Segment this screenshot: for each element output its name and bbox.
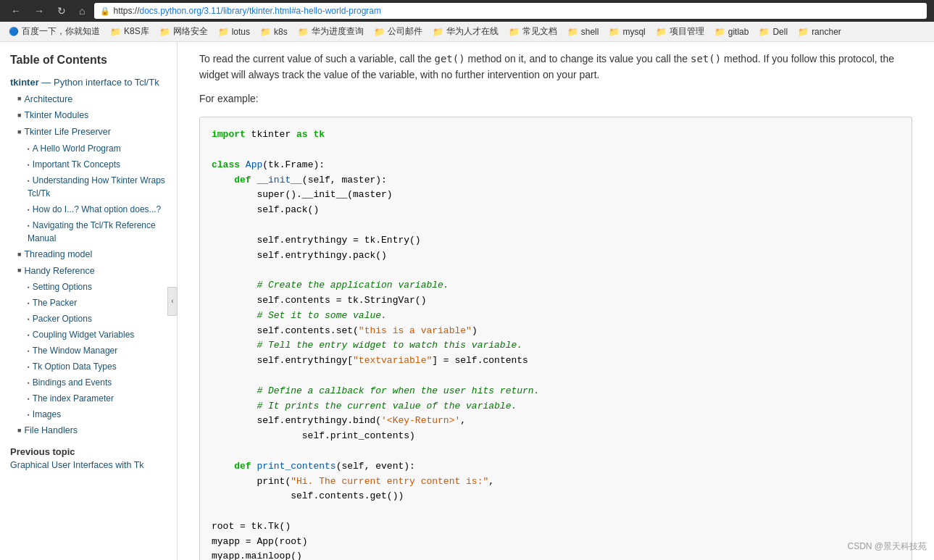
code-string-2: "textvariable" bbox=[353, 355, 432, 366]
toc-item-architecture[interactable]: ■Architecture bbox=[0, 91, 177, 108]
folder-icon: 📁 bbox=[609, 27, 620, 37]
bookmark-lotus[interactable]: 📁 lotus bbox=[214, 25, 254, 38]
sidebar-container: Table of Contents tkinter — Python inter… bbox=[0, 42, 178, 560]
bookmark-shell[interactable]: 📁 shell bbox=[563, 25, 604, 38]
bookmark-label: 华为人才在线 bbox=[446, 25, 499, 38]
folder-icon: 📁 bbox=[714, 27, 725, 37]
browser-chrome: ← → ↻ ⌂ 🔒 https://docs.python.org/3.11/l… bbox=[0, 0, 934, 22]
square-icon: ▪ bbox=[28, 206, 30, 213]
bookmark-label: Dell bbox=[772, 27, 788, 37]
sidebar-collapse-button[interactable]: ‹ bbox=[167, 287, 178, 316]
folder-icon: 📁 bbox=[298, 27, 309, 37]
lock-icon: 🔒 bbox=[100, 7, 110, 16]
code-keyword-class: class bbox=[212, 159, 240, 170]
previous-topic-link[interactable]: Graphical User Interfaces with Tk bbox=[0, 459, 177, 472]
code-fn-init: __init__ bbox=[257, 175, 301, 185]
code-keyword-import: import bbox=[212, 129, 246, 140]
toc-item-option-data-types[interactable]: ▪Tk Option Data Types bbox=[0, 359, 177, 375]
bookmark-label: 百度一下，你就知道 bbox=[22, 25, 100, 38]
square-icon: ▪ bbox=[28, 316, 30, 322]
code-keyword-as: as bbox=[296, 129, 308, 140]
bookmark-huawei-progress[interactable]: 📁 华为进度查询 bbox=[293, 24, 368, 39]
bookmark-common-docs[interactable]: 📁 常见文档 bbox=[504, 24, 562, 39]
square-icon: ▪ bbox=[28, 300, 30, 306]
refresh-button[interactable]: ↻ bbox=[54, 4, 70, 18]
folder-icon: 📁 bbox=[218, 27, 229, 37]
toc-item-setting-options[interactable]: ▪Setting Options bbox=[0, 279, 177, 295]
intro-paragraph: To read the current value of such a vari… bbox=[199, 51, 912, 83]
folder-icon: 📁 bbox=[567, 27, 578, 37]
bookmark-k8s[interactable]: 📁 k8s bbox=[256, 25, 292, 38]
folder-icon: 📁 bbox=[433, 27, 443, 37]
toc-item-bindings-events[interactable]: ▪Bindings and Events bbox=[0, 375, 177, 390]
bookmark-huawei-talent[interactable]: 📁 华为人才在线 bbox=[428, 24, 503, 39]
address-bar[interactable]: 🔒 https://docs.python.org/3.11/library/t… bbox=[94, 3, 927, 19]
code-block: import tkinter as tk class App(tk.Frame)… bbox=[199, 117, 912, 560]
bookmark-rancher[interactable]: 📁 rancher bbox=[793, 25, 846, 38]
folder-icon: 📁 bbox=[374, 27, 385, 37]
bookmark-mysql[interactable]: 📁 mysql bbox=[604, 25, 649, 38]
folder-icon: 📁 bbox=[110, 27, 121, 37]
bullet-icon: ■ bbox=[17, 95, 21, 102]
forward-button[interactable]: → bbox=[30, 4, 48, 18]
bookmark-baidu[interactable]: 🔵 百度一下，你就知道 bbox=[4, 24, 104, 39]
bookmark-label: 公司邮件 bbox=[388, 25, 422, 38]
bookmark-dell[interactable]: 📁 Dell bbox=[754, 25, 792, 38]
bookmark-gitlab[interactable]: 📁 gitlab bbox=[710, 25, 754, 38]
toc-item-navigating[interactable]: ▪Navigating the Tcl/Tk Reference Manual bbox=[0, 217, 177, 246]
code-comment-1: # Create the application variable. bbox=[212, 280, 449, 291]
bullet-icon: ■ bbox=[17, 427, 21, 434]
bookmark-project-mgmt[interactable]: 📁 项目管理 bbox=[651, 24, 709, 39]
toc-item-coupling[interactable]: ▪Coupling Widget Variables bbox=[0, 327, 177, 343]
toc-item-packer[interactable]: ▪The Packer bbox=[0, 295, 177, 311]
bookmark-label: 常见文档 bbox=[522, 25, 557, 38]
toc-item-file-handlers[interactable]: ■File Handlers bbox=[0, 422, 177, 439]
back-button[interactable]: ← bbox=[7, 4, 25, 18]
bullet-icon: ■ bbox=[17, 112, 21, 119]
toc-item-handy-ref[interactable]: ■Handy Reference bbox=[0, 263, 177, 280]
square-icon: ▪ bbox=[28, 364, 30, 370]
square-icon: ▪ bbox=[28, 177, 30, 184]
toc-item-understanding[interactable]: ▪Understanding How Tkinter Wraps Tcl/Tk bbox=[0, 172, 177, 201]
square-icon: ▪ bbox=[28, 146, 30, 152]
toc-item-how-do-i[interactable]: ▪How do I...? What option does...? bbox=[0, 201, 177, 217]
watermark: CSDN @景天科技苑 bbox=[847, 540, 927, 553]
toc-item-life-preserver[interactable]: ■Tkinter Life Preserver bbox=[0, 124, 177, 141]
toc-item-threading[interactable]: ■Threading model bbox=[0, 246, 177, 263]
bookmark-label: 网络安全 bbox=[173, 25, 208, 38]
bookmark-email[interactable]: 📁 公司邮件 bbox=[370, 24, 427, 39]
square-icon: ▪ bbox=[28, 348, 30, 354]
folder-icon: 📁 bbox=[798, 27, 809, 37]
code-string-4: "Hi. The current entry content is:" bbox=[291, 476, 488, 487]
code-string-3: '<Key-Return>' bbox=[381, 415, 460, 426]
toc-item-important-concepts[interactable]: ▪Important Tk Concepts bbox=[0, 156, 177, 172]
main-layout: Table of Contents tkinter — Python inter… bbox=[0, 42, 934, 560]
square-icon: ▪ bbox=[28, 222, 30, 229]
toc-title: Table of Contents bbox=[0, 49, 177, 74]
bookmark-label: mysql bbox=[622, 27, 645, 37]
bookmark-label: lotus bbox=[232, 27, 250, 37]
toc-item-tkinter[interactable]: tkinter — Python interface to Tcl/Tk bbox=[0, 74, 177, 91]
home-button[interactable]: ⌂ bbox=[75, 4, 88, 18]
bookmark-network[interactable]: 📁 网络安全 bbox=[155, 24, 212, 39]
folder-icon: 📁 bbox=[260, 27, 271, 37]
toc-item-images[interactable]: ▪Images bbox=[0, 406, 177, 422]
bullet-icon: ■ bbox=[17, 251, 21, 258]
code-comment-5: # It prints the current value of the var… bbox=[212, 401, 517, 411]
folder-icon: 📁 bbox=[159, 27, 170, 37]
folder-icon: 📁 bbox=[509, 27, 520, 37]
bookmark-icon: 🔵 bbox=[9, 27, 19, 36]
code-string-1: "this is a variable" bbox=[359, 325, 472, 336]
toc-item-packer-options[interactable]: ▪Packer Options bbox=[0, 311, 177, 327]
toc-item-hello-world[interactable]: ▪A Hello World Program bbox=[0, 141, 177, 156]
bookmark-k8s-lib[interactable]: 📁 K8S库 bbox=[106, 24, 154, 39]
code-fn-print: print_contents bbox=[257, 461, 335, 472]
square-icon: ▪ bbox=[28, 396, 30, 402]
folder-icon: 📁 bbox=[759, 27, 770, 37]
toc-item-index-param[interactable]: ▪The index Parameter bbox=[0, 390, 177, 406]
toc-item-window-manager[interactable]: ▪The Window Manager bbox=[0, 343, 177, 359]
bullet-icon: ■ bbox=[17, 267, 21, 274]
url-domain: docs.python.org bbox=[140, 6, 201, 16]
square-icon: ▪ bbox=[28, 332, 30, 338]
toc-item-tkinter-modules[interactable]: ■Tkinter Modules bbox=[0, 107, 177, 124]
